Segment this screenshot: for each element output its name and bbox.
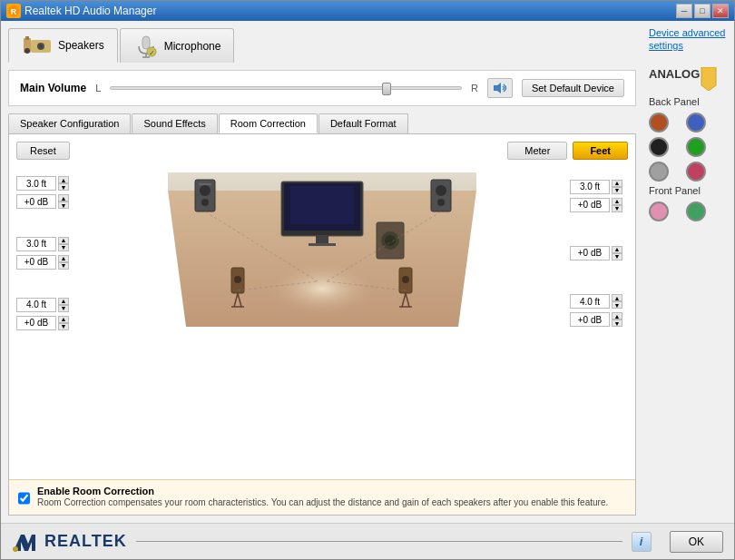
realtek-logo: Realtek [12,531,127,553]
left-bot-distance-input[interactable] [16,298,56,312]
app-icon: R [6,4,21,18]
left-top-gain-input[interactable] [16,194,56,209]
microphone-tab-label: Microphone [164,40,221,53]
left-mid-gain-down[interactable]: ▼ [58,262,69,270]
left-top-distance: ▲ ▼ [16,176,74,191]
svg-point-38 [402,276,409,283]
right-label: R [471,83,478,93]
right-bot-gain: ▲ ▼ [570,312,628,327]
left-mid-distance-spinners: ▲ ▼ [58,237,69,251]
left-speaker-controls: ▲ ▼ ▲ ▼ [16,163,78,345]
unit-buttons: Meter Feet [507,142,628,160]
device-advanced-link[interactable]: Device advanced settings [649,26,729,53]
connector-front-green[interactable] [686,201,706,221]
analog-section: ANALOG Back Panel Front Panel [649,67,718,225]
title-bar: R Realtek HD Audio Manager ─ □ ✕ [1,1,734,21]
left-bot-gain-up[interactable]: ▲ [58,316,69,323]
speaker-icon [22,33,53,58]
svg-point-4 [24,48,30,54]
right-mid-gain-input[interactable] [570,246,610,260]
enable-room-correction-checkbox[interactable] [18,487,30,509]
reset-button[interactable]: Reset [16,142,70,160]
microphone-icon: ✓ [133,34,159,59]
right-top-gain-spinners: ▲ ▼ [612,198,622,212]
left-top-distance-down[interactable]: ▼ [58,183,69,191]
tab-sound-effects[interactable]: Sound Effects [132,113,217,133]
left-mid-gain-input[interactable] [16,255,56,270]
connector-front-pink[interactable] [649,201,669,221]
left-mid-distance-input[interactable] [16,237,56,251]
left-mid-gain-spinners: ▲ ▼ [58,255,69,270]
left-top-distance-input[interactable] [16,176,56,191]
enable-room-correction-text: Enable Room Correction Room Correction c… [37,486,626,509]
maximize-button[interactable]: □ [694,4,710,18]
right-top-distance-input[interactable] [570,180,610,194]
volume-label: Main Volume [20,82,86,94]
right-bot-gain-up[interactable]: ▲ [612,312,622,319]
svg-rect-19 [290,186,354,224]
left-top-speaker-control: ▲ ▼ ▲ ▼ [16,176,74,211]
right-bot-gain-input[interactable] [570,312,610,327]
right-bot-gain-down[interactable]: ▼ [612,319,622,327]
connector-black[interactable] [649,137,669,157]
left-top-gain: ▲ ▼ [16,194,74,209]
left-bot-distance-down[interactable]: ▼ [58,305,69,312]
right-top-distance-down[interactable]: ▼ [612,187,622,194]
right-mid-gain-spinners: ▲ ▼ [612,246,622,260]
tab-speaker-config[interactable]: Speaker Configuration [8,113,131,133]
right-top-distance-up[interactable]: ▲ [612,180,622,187]
set-default-button[interactable]: Set Default Device [522,79,624,97]
connector-pink[interactable] [686,162,706,182]
analog-header-row: ANALOG [649,67,718,91]
back-panel-label: Back Panel [649,96,718,107]
svg-point-7 [39,44,43,48]
close-button[interactable]: ✕ [712,4,729,18]
feet-button[interactable]: Feet [573,142,628,160]
left-bot-gain-down[interactable]: ▼ [58,323,69,330]
right-bot-distance-down[interactable]: ▼ [612,301,622,309]
meter-button[interactable]: Meter [507,142,567,160]
left-mid-distance-down[interactable]: ▼ [58,244,69,251]
tab-microphone[interactable]: ✓ Microphone [120,28,235,63]
left-top-gain-down[interactable]: ▼ [58,201,69,209]
connector-blue[interactable] [686,113,706,133]
right-mid-gain-up[interactable]: ▲ [612,246,622,253]
back-panel-connectors [649,113,718,182]
room-correction-panel: Reset Meter Feet [8,134,636,516]
left-top-distance-up[interactable]: ▲ [58,176,69,183]
connector-gray[interactable] [649,162,669,182]
connector-green[interactable] [686,137,706,157]
right-bot-distance-up[interactable]: ▲ [612,294,622,301]
svg-point-28 [437,199,445,206]
volume-slider[interactable] [110,86,462,90]
svg-point-27 [436,185,446,196]
right-mid-gain-down[interactable]: ▼ [612,253,622,260]
left-bot-distance-up[interactable]: ▲ [58,298,69,305]
tab-speakers[interactable]: Speakers [8,28,118,63]
left-mid-distance-up[interactable]: ▲ [58,237,69,244]
svg-point-47 [13,546,18,552]
right-top-gain-down[interactable]: ▼ [612,205,622,212]
minimize-button[interactable]: ─ [676,4,692,18]
tab-room-correction[interactable]: Room Correction [219,113,318,133]
enable-title: Enable Room Correction [37,486,626,496]
right-top-gain-input[interactable] [570,198,610,212]
svg-point-15 [250,245,395,318]
slider-thumb [382,83,391,95]
speaker-mute-icon [492,81,508,95]
ok-button[interactable]: OK [670,531,723,553]
left-mid-gain-up[interactable]: ▲ [58,255,69,262]
tab-default-format[interactable]: Default Format [318,113,408,133]
right-top-gain-up[interactable]: ▲ [612,198,622,205]
title-bar-controls: ─ □ ✕ [676,4,729,18]
rc-controls-top: Reset Meter Feet [16,142,628,160]
info-button[interactable]: i [632,532,652,552]
mute-button[interactable] [487,78,513,98]
left-bot-gain-input[interactable] [16,316,56,330]
svg-rect-20 [316,236,328,243]
enable-desc: Room Correction compensates your room ch… [37,496,626,509]
connector-orange[interactable] [649,113,669,133]
left-top-gain-up[interactable]: ▲ [58,194,69,201]
left-bot-distance-spinners: ▲ ▼ [58,298,69,312]
right-bot-distance-input[interactable] [570,294,610,309]
